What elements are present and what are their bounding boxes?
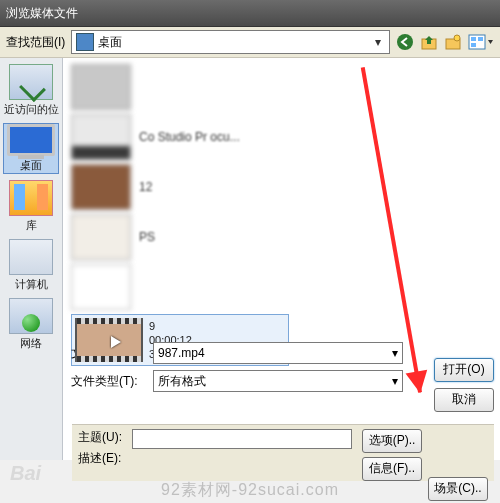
- chevron-down-icon: ▾: [392, 346, 398, 360]
- subject-input[interactable]: [132, 429, 352, 449]
- lookin-value: 桌面: [98, 34, 122, 51]
- dialog-body: 近访问的位 桌面 库 计算机 网络: [0, 58, 500, 460]
- computer-icon: [9, 239, 53, 275]
- file-thumb[interactable]: [71, 264, 131, 310]
- svg-rect-5: [471, 37, 476, 41]
- lookin-label: 查找范围(I): [6, 34, 65, 51]
- file-dialog-window: { "window": { "title": "浏览媒体文件" }, "topr…: [0, 0, 500, 503]
- filename-value: 987.mp4: [158, 346, 205, 360]
- view-menu-icon[interactable]: [468, 33, 494, 51]
- titlebar: 浏览媒体文件: [0, 0, 500, 27]
- desktop-icon: [76, 33, 94, 51]
- file-thumb[interactable]: [71, 114, 131, 160]
- open-button[interactable]: 打开(O): [434, 358, 494, 382]
- window-title: 浏览媒体文件: [6, 6, 78, 20]
- options-button[interactable]: 选项(P)..: [362, 429, 422, 453]
- chevron-down-icon: ▾: [371, 35, 385, 49]
- library-icon: [9, 180, 53, 216]
- recent-icon: [9, 64, 53, 100]
- filetype-value: 所有格式: [158, 373, 206, 390]
- svg-point-0: [397, 34, 413, 50]
- cancel-button[interactable]: 取消: [434, 388, 494, 412]
- action-buttons: 打开(O) 取消: [434, 358, 494, 412]
- desktop-place-icon: [7, 124, 55, 156]
- svg-rect-7: [471, 43, 476, 47]
- video-thumb: [75, 318, 143, 362]
- filetype-combo[interactable]: 所有格式 ▾: [153, 370, 403, 392]
- file-thumb[interactable]: [71, 214, 131, 260]
- selected-file-name: 9: [149, 319, 192, 333]
- file-thumb[interactable]: [71, 64, 131, 110]
- nav-icons: [396, 33, 494, 51]
- desc-label: 描述(E):: [78, 450, 122, 467]
- file-caption: Co Studio Pr ocu...: [139, 130, 240, 144]
- svg-point-3: [454, 35, 460, 41]
- file-grid[interactable]: Co Studio Pr ocu... 12 PS 9 00:00:12: [71, 64, 492, 336]
- network-icon: [9, 298, 53, 334]
- info-button[interactable]: 信息(F)..: [362, 457, 422, 481]
- chevron-down-icon: ▾: [392, 374, 398, 388]
- lower-bar: 主题(U): 描述(E): 选项(P).. 信息(F).. 场景(C)..: [72, 424, 494, 481]
- back-icon[interactable]: [396, 33, 414, 51]
- place-desktop[interactable]: 桌面: [3, 123, 59, 174]
- place-library[interactable]: 库: [3, 180, 59, 233]
- svg-rect-6: [478, 37, 483, 41]
- file-caption: PS: [139, 230, 155, 244]
- file-caption: 12: [139, 180, 152, 194]
- filetype-row: 文件类型(T): 所有格式 ▾: [71, 370, 492, 392]
- places-bar: 近访问的位 桌面 库 计算机 网络: [0, 58, 63, 460]
- subject-label: 主题(U):: [78, 429, 122, 446]
- file-thumb[interactable]: [71, 164, 131, 210]
- place-computer[interactable]: 计算机: [3, 239, 59, 292]
- place-recent[interactable]: 近访问的位: [3, 64, 59, 117]
- up-icon[interactable]: [420, 33, 438, 51]
- filename-combo[interactable]: 987.mp4 ▾: [153, 342, 403, 364]
- filetype-label: 文件类型(T):: [71, 373, 143, 390]
- lookin-combo[interactable]: 桌面 ▾: [71, 30, 390, 54]
- place-network[interactable]: 网络: [3, 298, 59, 351]
- lookin-row: 查找范围(I) 桌面 ▾: [0, 27, 500, 58]
- new-folder-icon[interactable]: [444, 33, 462, 51]
- watermark: 92素材网-92sucai.com: [0, 480, 500, 501]
